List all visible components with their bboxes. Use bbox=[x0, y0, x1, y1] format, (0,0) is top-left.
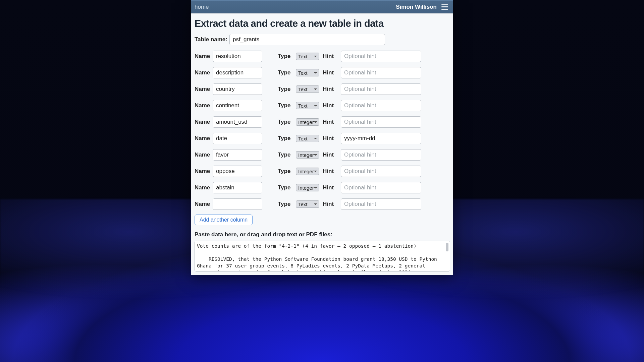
column-row: NameTypeTextIntegerHint bbox=[195, 100, 449, 111]
column-name-input[interactable] bbox=[213, 166, 262, 177]
column-name-label: Name bbox=[195, 86, 211, 93]
paste-textarea[interactable] bbox=[195, 241, 450, 272]
column-type-label: Type bbox=[278, 168, 294, 175]
column-row: NameTypeTextIntegerHint bbox=[195, 182, 449, 193]
add-another-column-button[interactable]: Add another column bbox=[195, 215, 253, 225]
column-hint-input[interactable] bbox=[341, 116, 421, 128]
column-type-select[interactable]: TextInteger bbox=[296, 184, 319, 191]
column-hint-label: Hint bbox=[323, 53, 339, 60]
column-type-label: Type bbox=[278, 119, 294, 125]
column-hint-input[interactable] bbox=[341, 198, 421, 210]
paste-heading: Paste data here, or drag and drop text o… bbox=[195, 231, 449, 238]
column-name-label: Name bbox=[195, 152, 211, 158]
column-hint-label: Hint bbox=[323, 201, 339, 207]
column-hint-label: Hint bbox=[323, 152, 339, 158]
column-name-label: Name bbox=[195, 102, 211, 109]
column-type-select[interactable]: TextInteger bbox=[296, 151, 319, 159]
page-title: Extract data and create a new table in d… bbox=[195, 18, 449, 29]
home-link[interactable]: home bbox=[195, 4, 209, 10]
column-type-select[interactable]: TextInteger bbox=[296, 85, 319, 93]
column-hint-label: Hint bbox=[323, 184, 339, 191]
page-content: Extract data and create a new table in d… bbox=[191, 13, 453, 273]
column-hint-input[interactable] bbox=[341, 149, 421, 161]
column-name-input[interactable] bbox=[213, 83, 262, 95]
scrollbar-thumb[interactable] bbox=[446, 243, 448, 251]
column-name-input[interactable] bbox=[213, 51, 262, 62]
column-type-select[interactable]: TextInteger bbox=[296, 118, 319, 126]
column-name-input[interactable] bbox=[213, 198, 262, 210]
column-type-label: Type bbox=[278, 86, 294, 93]
column-row: NameTypeTextIntegerHint bbox=[195, 83, 449, 95]
column-name-input[interactable] bbox=[213, 133, 262, 144]
column-row: NameTypeTextIntegerHint bbox=[195, 67, 449, 78]
column-name-input[interactable] bbox=[213, 182, 262, 193]
column-hint-input[interactable] bbox=[341, 100, 421, 111]
column-type-select[interactable]: TextInteger bbox=[296, 168, 319, 175]
top-nav: home Simon Willison bbox=[191, 0, 453, 13]
nav-left: home bbox=[195, 4, 209, 10]
column-hint-input[interactable] bbox=[341, 133, 421, 144]
column-row: NameTypeTextIntegerHint bbox=[195, 166, 449, 177]
column-name-label: Name bbox=[195, 119, 211, 125]
column-name-label: Name bbox=[195, 69, 211, 76]
column-hint-input[interactable] bbox=[341, 67, 421, 78]
column-type-select[interactable]: TextInteger bbox=[296, 102, 319, 109]
column-type-select[interactable]: TextInteger bbox=[296, 200, 319, 208]
column-type-label: Type bbox=[278, 201, 294, 207]
column-name-input[interactable] bbox=[213, 116, 262, 128]
column-name-label: Name bbox=[195, 201, 211, 207]
column-type-select[interactable]: TextInteger bbox=[296, 135, 319, 142]
column-type-label: Type bbox=[278, 53, 294, 60]
column-name-input[interactable] bbox=[213, 100, 262, 111]
column-type-label: Type bbox=[278, 102, 294, 109]
column-name-label: Name bbox=[195, 168, 211, 175]
table-name-input[interactable] bbox=[229, 34, 385, 45]
column-name-label: Name bbox=[195, 53, 211, 60]
column-name-input[interactable] bbox=[213, 149, 262, 161]
hamburger-icon[interactable] bbox=[441, 4, 448, 10]
column-type-label: Type bbox=[278, 184, 294, 191]
column-hint-input[interactable] bbox=[341, 83, 421, 95]
column-row: NameTypeTextIntegerHint bbox=[195, 133, 449, 144]
column-row: NameTypeTextIntegerHint bbox=[195, 198, 449, 210]
column-hint-label: Hint bbox=[323, 135, 339, 142]
column-hint-input[interactable] bbox=[341, 166, 421, 177]
column-hint-label: Hint bbox=[323, 119, 339, 125]
column-hint-label: Hint bbox=[323, 102, 339, 109]
column-hint-label: Hint bbox=[323, 168, 339, 175]
table-name-label: Table name: bbox=[195, 36, 227, 43]
column-hint-label: Hint bbox=[323, 86, 339, 93]
column-type-label: Type bbox=[278, 69, 294, 76]
column-type-select[interactable]: TextInteger bbox=[296, 53, 319, 60]
user-name: Simon Willison bbox=[396, 4, 437, 10]
column-hint-input[interactable] bbox=[341, 182, 421, 193]
column-type-select[interactable]: TextInteger bbox=[296, 69, 319, 76]
columns-list: NameTypeTextIntegerHintNameTypeTextInteg… bbox=[195, 51, 449, 210]
nav-right: Simon Willison bbox=[396, 4, 448, 10]
column-hint-input[interactable] bbox=[341, 51, 421, 62]
column-hint-label: Hint bbox=[323, 69, 339, 76]
column-name-input[interactable] bbox=[213, 67, 262, 78]
column-name-label: Name bbox=[195, 184, 211, 191]
column-row: NameTypeTextIntegerHint bbox=[195, 116, 449, 128]
column-row: NameTypeTextIntegerHint bbox=[195, 51, 449, 62]
column-row: NameTypeTextIntegerHint bbox=[195, 149, 449, 161]
column-type-label: Type bbox=[278, 135, 294, 142]
table-name-row: Table name: bbox=[195, 34, 449, 45]
column-name-label: Name bbox=[195, 135, 211, 142]
paste-area-wrap bbox=[195, 241, 449, 273]
app-window: home Simon Willison Extract data and cre… bbox=[191, 0, 453, 275]
column-type-label: Type bbox=[278, 152, 294, 158]
